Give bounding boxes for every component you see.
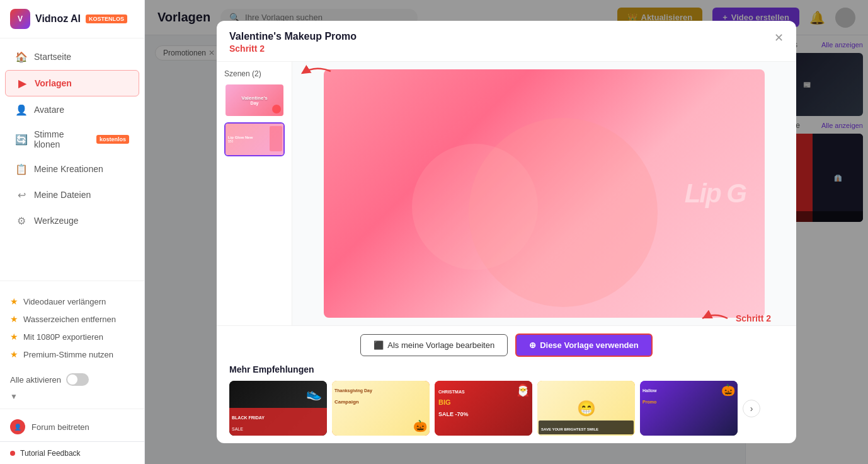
modal-title: Valentine's Makeup Promo [229, 31, 357, 42]
scene-thumb-2[interactable]: Lip Glow New $50 [224, 122, 285, 156]
mehr-grid: BLACK FRIDAY SALE 👟 Thanksgiving Day [229, 381, 738, 436]
mehr-empfehlungen-section: Mehr Empfehlungen BLACK FRIDAY SALE 👟 [217, 364, 796, 443]
alle-aktivieren-row: Alle aktivieren [0, 369, 144, 390]
sidebar-logo: V Vidnoz AI KOSTENLOS [0, 0, 144, 38]
carousel-next-button[interactable]: › [743, 400, 760, 417]
preview-heart-shape-2 [412, 144, 538, 270]
main-area: Vorlagen 🔍 👑 Aktualisieren + Video erste… [145, 0, 868, 464]
sidebar-item-dateien[interactable]: ↩ Meine Dateien [5, 182, 139, 207]
star-icon: ★ [10, 332, 18, 342]
sidebar-item-werkzeuge[interactable]: ⚙ Werkzeuge [5, 208, 139, 233]
premium-item-1: ★ Videodauer verlängern [10, 293, 134, 310]
modal-header: Valentine's Makeup Promo Schritt 2 ✕ [217, 21, 796, 62]
forum-item[interactable]: 👤 Forum beitreten [0, 414, 144, 439]
premium-label: Wasserzeichen entfernen [23, 315, 116, 324]
avatars-icon: 👤 [15, 103, 28, 116]
tools-icon: ⚙ [15, 214, 28, 227]
sidebar-item-label: Meine Kreationen [34, 164, 103, 174]
scenes-label: Szenen (2) [224, 69, 284, 78]
modal-overlay: Valentine's Makeup Promo Schritt 2 ✕ Sze… [145, 0, 868, 464]
files-icon: ↩ [15, 188, 28, 201]
sidebar-item-vorlagen[interactable]: ▶ Vorlagen [5, 70, 139, 96]
feedback-dot [10, 451, 15, 456]
templates-icon: ▶ [16, 77, 28, 90]
mehr-card-thanksgiving[interactable]: Thanksgiving Day Campaign 🎃 [332, 381, 430, 436]
edit-template-button[interactable]: ⬛ Als meine Vorlage bearbeiten [360, 334, 508, 356]
mehr-card-halloween[interactable]: Hallow Promo 🎃 [640, 381, 738, 436]
alle-aktivieren-toggle[interactable] [66, 373, 89, 386]
sidebar-item-label: Stimme klonen [34, 129, 88, 149]
preview-video: Lip G [324, 69, 765, 318]
use-template-button[interactable]: ⊕ Diese Vorlage verwenden [515, 334, 653, 357]
sidebar-item-startseite[interactable]: 🏠 Startseite [5, 44, 139, 69]
logo-badge: KOSTENLOS [86, 14, 127, 23]
collapse-chevron[interactable]: ▼ [0, 390, 144, 403]
sidebar-item-stimme[interactable]: 🔄 Stimme klonen kostenlos [5, 123, 139, 156]
preview-text-overlay: Lip G [685, 178, 746, 209]
sidebar: V Vidnoz AI KOSTENLOS 🏠 Startseite ▶ Vor… [0, 0, 145, 464]
sidebar-item-label: Werkzeuge [34, 216, 79, 226]
sidebar-item-kreationen[interactable]: 📋 Meine Kreationen [5, 156, 139, 182]
scene-thumb-1[interactable]: Valentine's Day [224, 83, 285, 117]
modal-footer: ⬛ Als meine Vorlage bearbeiten ⊕ Diese V… [217, 325, 796, 364]
voice-icon: 🔄 [15, 133, 28, 146]
premium-item-3: ★ Mit 1080P exportieren [10, 328, 134, 345]
tutorial-feedback-bar: Tutorial Feedback [0, 441, 145, 464]
toggle-knob [67, 374, 77, 385]
use-template-label: Diese Vorlage verwenden [540, 340, 639, 350]
premium-item-4: ★ Premium-Stimme nutzen [10, 345, 134, 363]
scenes-panel: Szenen (2) Valentine's Day [217, 62, 292, 325]
logo-icon: V [10, 9, 30, 29]
edit-icon: ⬛ [374, 340, 384, 350]
forum-avatar: 👤 [10, 419, 25, 434]
premium-label: Videodauer verlängern [23, 297, 106, 306]
star-icon: ★ [10, 314, 18, 324]
mehr-card-black-friday[interactable]: BLACK FRIDAY SALE 👟 [229, 381, 327, 436]
premium-label: Premium-Stimme nutzen [23, 350, 113, 359]
sidebar-item-avatare[interactable]: 👤 Avatare [5, 97, 139, 122]
alle-aktivieren-label: Alle aktivieren [10, 375, 61, 385]
sidebar-item-label: Vorlagen [35, 78, 72, 88]
modal-dialog: Valentine's Makeup Promo Schritt 2 ✕ Sze… [217, 21, 796, 443]
creations-icon: 📋 [15, 163, 28, 175]
sidebar-bottom: ★ Videodauer verlängern ★ Wasserzeichen … [0, 281, 144, 409]
plus-circle-icon: ⊕ [529, 340, 536, 350]
modal-body: Szenen (2) Valentine's Day [217, 62, 796, 325]
sidebar-item-label: Meine Dateien [34, 190, 91, 200]
sidebar-item-label: Avatare [34, 105, 64, 115]
forum-label: Forum beitreten [31, 422, 89, 432]
premium-item-2: ★ Wasserzeichen entfernen [10, 310, 134, 328]
feedback-text: Tutorial Feedback [20, 449, 81, 458]
modal-close-button[interactable]: ✕ [774, 31, 784, 45]
logo-text: Vidnoz AI [35, 13, 81, 25]
premium-label: Mit 1080P exportieren [23, 332, 103, 342]
edit-template-label: Als meine Vorlage bearbeiten [387, 340, 494, 350]
star-icon: ★ [10, 349, 18, 359]
star-icon: ★ [10, 296, 18, 306]
mehr-card-smile[interactable]: 😁 SAVE YOUR BRIGHTEST SMILE [537, 381, 635, 436]
home-icon: 🏠 [15, 50, 28, 63]
mehr-card-christmas[interactable]: CHRISTMAS BIG SALE -70% 🎅 [435, 381, 532, 436]
sidebar-item-label: Startseite [34, 52, 71, 62]
modal-step-label: Schritt 2 [229, 44, 357, 54]
preview-area: Lip G [292, 62, 796, 325]
kostenlos-badge: kostenlos [96, 135, 129, 144]
sidebar-nav: 🏠 Startseite ▶ Vorlagen 👤 Avatare 🔄 Stim… [0, 38, 144, 281]
mehr-title: Mehr Empfehlungen [229, 364, 784, 374]
premium-section: ★ Videodauer verlängern ★ Wasserzeichen … [0, 286, 144, 369]
